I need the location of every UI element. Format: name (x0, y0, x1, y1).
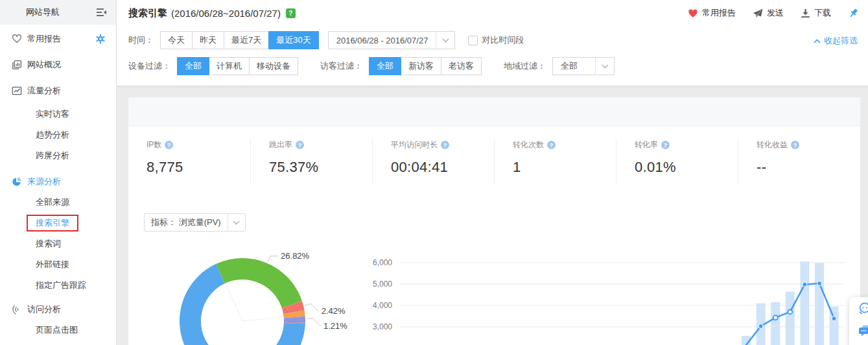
topbar-actions: 常用报告 发送 下载 (688, 7, 859, 19)
send-button[interactable]: 发送 (753, 7, 784, 19)
question-circle-icon[interactable]: ? (296, 141, 304, 149)
device-segmented-control: 全部 计算机 移动设备 (177, 57, 298, 75)
date-range-value: 2016/06/28 - 2016/07/27 (329, 36, 436, 45)
secondary-filter-row: 设备过滤： 全部 计算机 移动设备 访客过滤： 全部 新访客 老访客 地域过滤：… (128, 57, 615, 75)
trend-bar[interactable] (771, 302, 780, 345)
metric-ip: IP数? 8,775 (128, 139, 250, 185)
question-circle-icon[interactable]: ? (286, 8, 296, 18)
y-axis-tick: 4,000 (373, 301, 392, 310)
y-axis-tick: 5,000 (373, 280, 392, 289)
region-dropdown[interactable]: 全部 (552, 57, 615, 75)
metric-value: 0.01% (635, 159, 738, 176)
sidebar-title: 网站导航 (26, 6, 60, 18)
main-area: 搜索引擎 (2016/06/28~2016/07/27) ? 常用报告 发送 (117, 0, 868, 345)
sidebar-item-visit-analysis[interactable]: 访问分析 (0, 299, 116, 320)
region-filter-label: 地域过滤： (504, 60, 546, 72)
question-circle-icon[interactable]: ? (661, 141, 670, 149)
metric-selector-dropdown[interactable]: 指标： 浏览量(PV) (144, 213, 246, 232)
device-filter-label: 设备过滤： (128, 60, 170, 72)
sidebar-item-page-click-map[interactable]: 页面点击图 (0, 320, 116, 340)
collapse-filters-link[interactable]: 收起筛选 (814, 35, 858, 47)
sidebar: 网站导航 常用报告 网站概况 (0, 0, 117, 345)
trend-point[interactable] (803, 282, 807, 287)
sidebar-item-label: 来源分析 (27, 176, 61, 187)
device-option-all[interactable]: 全部 (177, 57, 209, 75)
download-button[interactable]: 下载 (801, 7, 831, 19)
device-option-pc[interactable]: 计算机 (209, 57, 250, 75)
metric-conversion-revenue: 转化收益? -- (738, 139, 860, 185)
sidebar-item-search-words[interactable]: 搜索词 (0, 233, 116, 254)
donut-label: 26.82% (281, 251, 310, 261)
sidebar-item-search-engine[interactable]: 搜索引擎 (0, 213, 116, 233)
trend-bar[interactable] (800, 261, 809, 345)
heart-outline-icon (12, 34, 22, 44)
pushpin-icon[interactable] (848, 8, 859, 19)
metric-conversions: 转化次数? 1 (494, 139, 616, 185)
sidebar-item-trend-analysis[interactable]: 趋势分析 (0, 125, 116, 145)
chat-bubbles-icon[interactable] (858, 324, 868, 338)
sidebar-item-label: 流量分析 (27, 85, 61, 97)
customer-service-icon[interactable] (858, 301, 868, 315)
charts-canvas: 26.82%2.42%1.21%6,0005,0004,0003,000 (128, 240, 860, 345)
trend-bar[interactable] (786, 292, 795, 345)
metric-value: 1 (513, 159, 616, 176)
question-circle-icon[interactable]: ? (165, 141, 173, 149)
metric-value: -- (757, 159, 860, 176)
trend-point[interactable] (758, 324, 763, 329)
visitor-option-all[interactable]: 全部 (369, 57, 401, 75)
report-card: IP数? 8,775 跳出率? 75.37% 平均访问时长? 00:04:41 … (128, 97, 860, 345)
sidebar-item-label: 常用报告 (27, 33, 61, 45)
trend-box-icon (12, 86, 22, 96)
metric-value: 00:04:41 (391, 159, 494, 176)
heart-icon (688, 8, 698, 18)
topbar: 搜索引擎 (2016/06/28~2016/07/27) ? 常用报告 发送 (128, 0, 859, 26)
time-option-today[interactable]: 今天 (160, 31, 193, 49)
trend-point[interactable] (832, 316, 836, 321)
sidebar-item-ad-tracking[interactable]: 指定广告跟踪 (0, 275, 116, 296)
sidebar-item-source-analysis[interactable]: 来源分析 (0, 171, 116, 192)
donut-label: 2.42% (322, 306, 346, 316)
collapse-menu-icon[interactable] (96, 7, 107, 18)
question-circle-icon[interactable]: ? (791, 141, 799, 149)
sidebar-item-realtime-visitors[interactable]: 实时访客 (0, 104, 116, 125)
question-circle-icon[interactable]: ? (441, 141, 449, 149)
compare-period-label: 对比时间段 (482, 34, 524, 46)
sidebar-item-site-overview[interactable]: 网站概况 (0, 54, 116, 75)
time-option-last7[interactable]: 最近7天 (224, 31, 269, 49)
chevron-down-icon (228, 214, 245, 231)
visitor-option-new[interactable]: 新访客 (401, 57, 441, 75)
download-icon (801, 8, 810, 18)
donut-slice-green[interactable] (216, 258, 302, 308)
favorite-report-button[interactable]: 常用报告 (688, 7, 736, 19)
metrics-row: IP数? 8,775 跳出率? 75.37% 平均访问时长? 00:04:41 … (128, 139, 860, 185)
question-circle-icon[interactable]: ? (547, 141, 556, 149)
time-filter-row: 时间： 今天 昨天 最近7天 最近30天 2016/06/28 - 2016/0… (128, 31, 524, 49)
time-option-yesterday[interactable]: 昨天 (192, 31, 224, 49)
trend-bar[interactable] (815, 263, 824, 345)
card-header-band (128, 97, 860, 126)
sidebar-item-cross-screen[interactable]: 跨屏分析 (0, 145, 116, 166)
y-axis-tick: 6,000 (373, 258, 392, 267)
sidebar-item-traffic-analysis[interactable]: 流量分析 (0, 80, 116, 101)
sidebar-item-label: 网站概况 (27, 59, 61, 71)
checkbox-box[interactable] (468, 36, 478, 45)
paper-plane-icon (753, 8, 763, 18)
sidebar-item-favorite-reports[interactable]: 常用报告 (0, 29, 116, 49)
support-floating-widget (849, 297, 868, 345)
trend-point[interactable] (788, 309, 792, 314)
sidebar-item-external-links[interactable]: 外部链接 (0, 254, 116, 275)
trend-point[interactable] (773, 315, 778, 320)
time-option-last30[interactable]: 最近30天 (268, 31, 318, 49)
date-range-picker[interactable]: 2016/06/28 - 2016/07/27 (328, 31, 456, 49)
visitor-segmented-control: 全部 新访客 老访客 (369, 57, 482, 75)
trend-point[interactable] (817, 281, 822, 286)
sidebar-item-all-sources[interactable]: 全部来源 (0, 192, 116, 213)
time-filter-label: 时间： (128, 34, 154, 46)
visitor-option-returning[interactable]: 老访客 (441, 57, 482, 75)
compare-period-checkbox[interactable]: 对比时间段 (468, 34, 524, 46)
device-option-mobile[interactable]: 移动设备 (249, 57, 298, 75)
region-value: 全部 (553, 60, 585, 72)
time-segmented-control: 今天 昨天 最近7天 最近30天 (160, 31, 319, 49)
gear-icon[interactable] (95, 34, 106, 44)
donut-label: 1.21% (323, 321, 347, 331)
